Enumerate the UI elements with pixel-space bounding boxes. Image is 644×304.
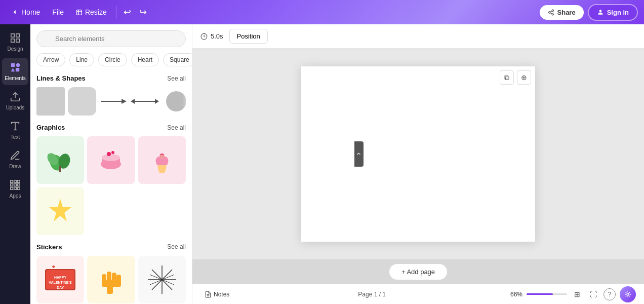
signin-icon	[597, 9, 604, 16]
chip-square[interactable]: Square	[163, 53, 192, 66]
sidebar-item-draw[interactable]: Draw	[2, 146, 28, 173]
file-label: File	[52, 8, 64, 16]
svg-rect-23	[18, 187, 20, 190]
upload-icon	[10, 91, 21, 102]
shape-line-arrow[interactable]	[99, 87, 128, 116]
graphic-star-shape[interactable]	[36, 187, 84, 235]
sidebar-elements-label: Elements	[5, 75, 26, 81]
bottom-center: Page 1 / 1	[358, 291, 386, 298]
bottom-left: Notes	[200, 289, 233, 300]
topbar-left: Home File Resize ↩ ↪	[6, 4, 150, 21]
chip-line[interactable]: Line	[69, 53, 94, 66]
home-label: Home	[21, 8, 40, 16]
search-container: 🔍	[30, 24, 192, 53]
sidebar-item-text[interactable]: Text	[2, 117, 28, 144]
filter-chips: Arrow Line Circle Heart Square ›	[30, 53, 192, 72]
chevron-left-icon	[11, 9, 18, 16]
chip-circle[interactable]: Circle	[98, 53, 127, 66]
svg-text:VALENTINE'S: VALENTINE'S	[49, 281, 72, 284]
undo-redo-group: ↩ ↪	[120, 4, 150, 21]
sidebar-item-design[interactable]: Design	[2, 28, 28, 56]
hide-panel-button[interactable]: ‹	[354, 141, 364, 167]
add-page-bar: + Add page	[192, 259, 644, 284]
sidebar-design-label: Design	[7, 46, 23, 52]
graphic-hand-heart[interactable]	[138, 136, 186, 184]
undo-button[interactable]: ↩	[120, 4, 134, 21]
lines-shapes-title: Lines & Shapes	[36, 74, 86, 82]
resize-button[interactable]: Resize	[71, 5, 112, 19]
redo-button[interactable]: ↪	[136, 4, 150, 21]
position-button[interactable]: Position	[229, 29, 268, 44]
svg-text:DAY: DAY	[57, 286, 64, 289]
chip-arrow[interactable]: Arrow	[36, 53, 65, 66]
stickers-title: Stickers	[36, 243, 62, 251]
sidebar-item-uploads[interactable]: Uploads	[2, 87, 28, 115]
graphics-see-all[interactable]: See all	[167, 124, 186, 131]
canvas-frame[interactable]	[301, 66, 535, 242]
graphic-plant[interactable]	[36, 136, 84, 184]
sidebar-item-elements[interactable]: Elements	[2, 58, 28, 85]
ai-button[interactable]	[620, 286, 636, 302]
chip-heart[interactable]: Heart	[131, 53, 159, 66]
search-wrapper: 🔍	[36, 30, 186, 47]
svg-line-5	[550, 11, 552, 12]
stickers-header: Stickers See all	[36, 243, 186, 251]
shape-double-arrow[interactable]	[131, 87, 159, 116]
help-button[interactable]: ?	[603, 288, 616, 300]
graphics-title: Graphics	[36, 124, 65, 131]
file-button[interactable]: File	[47, 5, 69, 19]
share-button[interactable]: Share	[540, 5, 584, 20]
text-icon	[10, 121, 21, 132]
svg-point-1	[552, 10, 553, 11]
canvas-toolbar: 5.0s Position	[192, 24, 644, 49]
main-layout: Design Elements Uploads Text Draw Apps	[0, 24, 644, 304]
svg-marker-40	[49, 199, 71, 221]
stickers-see-all[interactable]: See all	[167, 243, 186, 250]
draw-icon	[10, 150, 21, 161]
shapes-grid: ›	[36, 87, 186, 116]
add-page-button[interactable]: + Add page	[389, 264, 447, 280]
svg-point-38	[111, 151, 114, 154]
svg-point-6	[599, 10, 601, 12]
bottom-right: 66% ⊞ ⛶ ?	[510, 286, 636, 302]
graphic-bowl[interactable]	[87, 136, 135, 184]
search-input[interactable]	[36, 30, 186, 47]
shape-rounded-rect[interactable]	[68, 87, 96, 116]
svg-rect-10	[16, 39, 19, 42]
home-button[interactable]: Home	[6, 5, 45, 19]
svg-rect-16	[14, 180, 17, 183]
svg-point-12	[16, 63, 20, 67]
svg-rect-33	[59, 166, 61, 172]
sidebar-apps-label: Apps	[10, 193, 21, 199]
lines-shapes-header: Lines & Shapes See all	[36, 74, 186, 82]
sticker-valentine[interactable]: HAPPY VALENTINE'S DAY	[36, 256, 84, 303]
svg-point-2	[548, 11, 550, 13]
svg-point-63	[627, 293, 629, 295]
svg-marker-28	[131, 99, 135, 104]
zoom-slider[interactable]	[527, 293, 567, 295]
sidebar-draw-label: Draw	[9, 164, 21, 169]
notes-button[interactable]: Notes	[200, 289, 233, 300]
canvas-area: 5.0s Position ⧉ ⊕ ‹ + Add page	[192, 24, 644, 304]
svg-rect-8	[16, 34, 19, 37]
panel-content: Lines & Shapes See all	[30, 72, 192, 304]
resize-label: Resize	[85, 8, 107, 16]
elements-icon	[10, 62, 21, 73]
lines-shapes-see-all[interactable]: See all	[167, 75, 186, 82]
svg-point-39	[159, 154, 165, 159]
shape-circle[interactable]: ›	[162, 87, 186, 116]
shape-rectangle[interactable]	[36, 87, 65, 116]
fit-page-button[interactable]: ⊞	[571, 288, 583, 300]
svg-text:HAPPY: HAPPY	[54, 276, 66, 279]
fullscreen-button[interactable]: ⛶	[587, 288, 599, 300]
sticker-hand[interactable]	[87, 256, 135, 303]
svg-marker-25	[122, 99, 127, 104]
add-frame-button[interactable]: ⊕	[517, 70, 531, 85]
copy-frame-button[interactable]: ⧉	[500, 70, 514, 85]
canvas-controls: ⧉ ⊕	[500, 70, 531, 85]
notes-icon	[205, 291, 212, 298]
timer-badge: 5.0s	[200, 32, 223, 40]
sticker-sparkle[interactable]	[138, 256, 186, 303]
signin-button[interactable]: Sign in	[588, 4, 638, 21]
sidebar-item-apps[interactable]: Apps	[2, 175, 28, 203]
